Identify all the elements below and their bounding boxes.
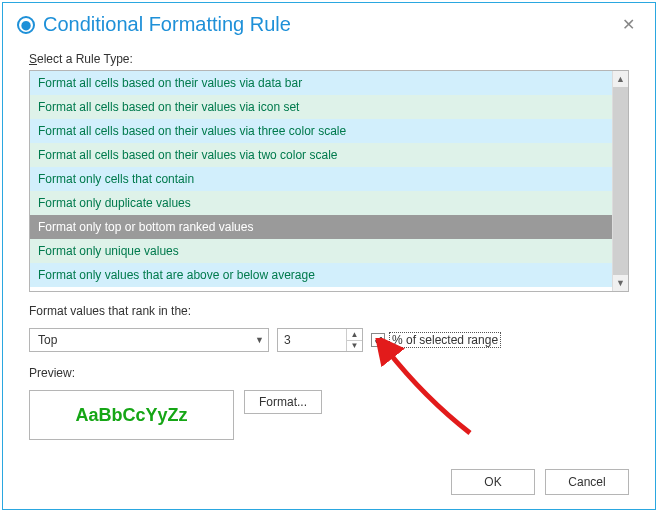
rule-type-row[interactable]: Format only unique values	[30, 239, 612, 263]
dialog-footer: OK Cancel	[29, 459, 629, 495]
conditional-formatting-dialog: ⬤ Conditional Formatting Rule ✕ Select a…	[2, 2, 656, 510]
rank-value-spinner[interactable]: 3 ▲ ▼	[277, 328, 363, 352]
dialog-title: Conditional Formatting Rule	[43, 13, 291, 36]
cancel-button[interactable]: Cancel	[545, 469, 629, 495]
scroll-down-icon[interactable]: ▼	[613, 275, 628, 291]
close-button[interactable]: ✕	[616, 13, 641, 36]
preview-sample: AaBbCcYyZz	[29, 390, 234, 440]
dialog-body: Select a Rule Type: Format all cells bas…	[3, 42, 655, 509]
rule-type-row[interactable]: Format all cells based on their values v…	[30, 95, 612, 119]
checkbox-box: ✔	[371, 333, 385, 347]
percent-of-range-label: % of selected range	[389, 332, 501, 348]
rule-type-row[interactable]: Format only values that are above or bel…	[30, 263, 612, 287]
percent-of-range-checkbox[interactable]: ✔ % of selected range	[371, 332, 501, 348]
scroll-up-icon[interactable]: ▲	[613, 71, 628, 87]
rule-type-row[interactable]: Format all cells based on their values v…	[30, 119, 612, 143]
format-button[interactable]: Format...	[244, 390, 322, 414]
preview-row: AaBbCcYyZz Format...	[29, 390, 629, 440]
spinner-up-icon[interactable]: ▲	[347, 329, 362, 341]
rank-label: Format values that rank in the:	[29, 304, 629, 318]
rule-type-row[interactable]: Format all cells based on their values v…	[30, 71, 612, 95]
rule-type-row[interactable]: Format only top or bottom ranked values	[30, 215, 612, 239]
rank-controls-row: Top ▼ 3 ▲ ▼ ✔ % of selected range	[29, 328, 629, 352]
rule-type-row[interactable]: Format only duplicate values	[30, 191, 612, 215]
rule-type-row[interactable]: Format all cells based on their values v…	[30, 143, 612, 167]
chevron-down-icon: ▼	[255, 335, 264, 345]
app-icon: ⬤	[17, 16, 35, 34]
ok-button[interactable]: OK	[451, 469, 535, 495]
spinner-down-icon[interactable]: ▼	[347, 341, 362, 352]
rule-type-list: Format all cells based on their values v…	[29, 70, 629, 292]
rank-value[interactable]: 3	[278, 329, 346, 351]
preview-label: Preview:	[29, 366, 629, 380]
scroll-thumb[interactable]	[613, 87, 628, 275]
rule-type-row[interactable]: Format only cells that contain	[30, 167, 612, 191]
rule-type-label: Select a Rule Type:	[29, 52, 629, 66]
title-bar: ⬤ Conditional Formatting Rule ✕	[3, 3, 655, 42]
spinner-buttons: ▲ ▼	[346, 329, 362, 351]
rank-direction-value: Top	[38, 333, 57, 347]
rank-direction-dropdown[interactable]: Top ▼	[29, 328, 269, 352]
rule-type-scrollbar[interactable]: ▲ ▼	[612, 71, 628, 291]
rule-type-list-rows[interactable]: Format all cells based on their values v…	[30, 71, 612, 291]
